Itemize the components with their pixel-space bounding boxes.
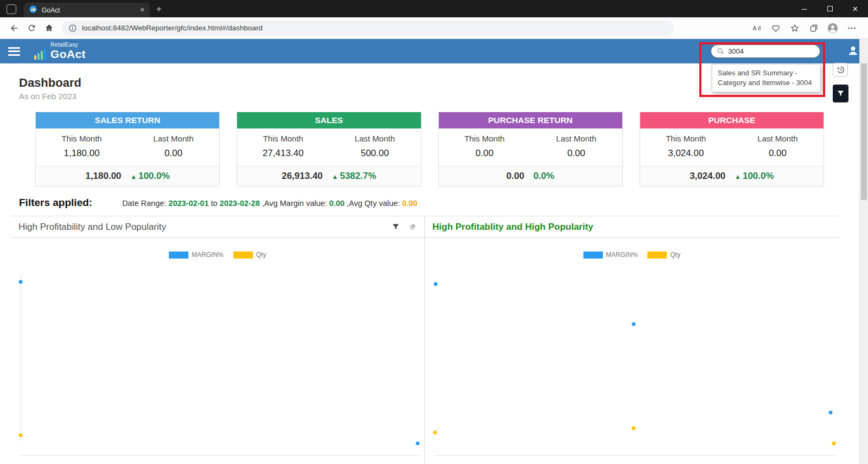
address-bar[interactable]: localhost:8482/WebReporter/gfc/index.htm… bbox=[62, 21, 674, 36]
scatter-point[interactable] bbox=[19, 280, 23, 284]
history-restore-button[interactable] bbox=[833, 63, 848, 77]
site-info-icon[interactable] bbox=[68, 24, 77, 33]
card-sales-return: SALES RETURN This Month 1,180.00 Last Mo… bbox=[35, 112, 220, 186]
chart-high-profit-low-popularity: High Profitability and Low Popularity MA… bbox=[11, 216, 425, 464]
home-icon bbox=[44, 23, 54, 33]
last-month-label: Last Month bbox=[531, 134, 622, 143]
chart-legend: MARGIN% Qty bbox=[583, 251, 680, 259]
x-axis-line bbox=[435, 455, 835, 456]
scrollbar-thumb[interactable] bbox=[861, 63, 867, 200]
chart-type-pie-icon[interactable] bbox=[408, 223, 417, 231]
legend-label: MARGIN% bbox=[606, 251, 638, 259]
window-controls: ─ ✕ bbox=[792, 0, 868, 17]
menu-hamburger-icon[interactable] bbox=[8, 45, 20, 57]
url-text[interactable]: localhost:8482/WebReporter/gfc/index.htm… bbox=[82, 24, 263, 32]
global-search[interactable] bbox=[711, 44, 820, 58]
search-icon bbox=[717, 47, 725, 55]
logo-text: RetailEasy GoAct bbox=[50, 42, 86, 61]
chart-legend: MARGIN% Qty bbox=[169, 251, 266, 259]
user-icon bbox=[847, 44, 859, 57]
this-month-value: 1,180.00 bbox=[36, 148, 127, 159]
window-maximize-button[interactable] bbox=[817, 0, 843, 17]
svg-text:A: A bbox=[753, 24, 757, 31]
this-month-value: 3,024.00 bbox=[640, 148, 732, 159]
home-button[interactable] bbox=[40, 20, 58, 36]
scatter-point[interactable] bbox=[416, 442, 419, 446]
date-from: 2023-02-01 bbox=[169, 199, 209, 208]
browser-essentials-icon bbox=[771, 23, 781, 33]
browser-tab[interactable]: GoAct ✕ bbox=[24, 3, 150, 17]
scatter-plot bbox=[425, 264, 839, 464]
tab-actions-menu-icon[interactable] bbox=[7, 4, 16, 14]
last-month-label: Last Month bbox=[127, 134, 219, 143]
back-button[interactable] bbox=[5, 20, 23, 36]
summary-cards-row: SALES RETURN This Month 1,180.00 Last Mo… bbox=[35, 112, 824, 186]
window-minimize-button[interactable]: ─ bbox=[792, 0, 817, 17]
brand-top: RetailEasy bbox=[50, 42, 86, 48]
card-purchase-return: PURCHASE RETURN This Month 0.00 Last Mon… bbox=[438, 112, 623, 186]
favorites-star-icon bbox=[790, 23, 800, 33]
read-aloud-icon: A bbox=[751, 23, 762, 34]
last-month-value: 500.00 bbox=[329, 148, 420, 159]
user-account-button[interactable] bbox=[847, 44, 859, 59]
window-close-button[interactable]: ✕ bbox=[843, 0, 868, 17]
scatter-point[interactable] bbox=[19, 434, 23, 437]
browser-essentials-button[interactable] bbox=[767, 20, 784, 36]
card-header: PURCHASE bbox=[640, 112, 824, 128]
tab-favicon-icon bbox=[29, 5, 37, 16]
scatter-point[interactable] bbox=[433, 282, 437, 286]
chart-title: High Profitablity and High Popularity bbox=[432, 222, 593, 233]
this-month-label: This Month bbox=[36, 134, 127, 143]
delta-up-icon: ▲ bbox=[130, 173, 137, 181]
profile-button[interactable] bbox=[824, 20, 841, 36]
scatter-point[interactable] bbox=[832, 442, 835, 446]
collections-button[interactable] bbox=[805, 20, 822, 36]
last-month-value: 0.00 bbox=[531, 148, 622, 159]
search-suggestion-item[interactable]: Sales and SR Summary - Category and Item… bbox=[712, 64, 821, 92]
refresh-button[interactable] bbox=[23, 20, 40, 36]
scatter-plot bbox=[11, 264, 424, 464]
delta-up-icon: ▲ bbox=[332, 173, 339, 181]
tab-title: GoAct bbox=[42, 7, 136, 14]
filters-label: Filters applied: bbox=[19, 197, 92, 209]
this-month-value: 0.00 bbox=[439, 148, 531, 159]
app-header: RetailEasy GoAct bbox=[0, 39, 868, 63]
delta-percent: 0.0% bbox=[533, 171, 554, 181]
scatter-point[interactable] bbox=[632, 427, 636, 430]
card-purchase: PURCHASE This Month 3,024.00 Last Month … bbox=[640, 112, 824, 186]
card-header: SALES RETURN bbox=[36, 112, 219, 128]
more-menu-button[interactable]: ⋯ bbox=[843, 20, 860, 36]
delta-percent: 100.0% bbox=[743, 171, 774, 181]
logo-bars-icon bbox=[33, 47, 47, 61]
favorites-button[interactable] bbox=[786, 20, 803, 36]
collections-icon bbox=[809, 23, 819, 33]
app-logo[interactable]: RetailEasy GoAct bbox=[33, 42, 86, 61]
card-footer: 3,024.00 ▲100.0% bbox=[640, 166, 824, 186]
tab-close-icon[interactable]: ✕ bbox=[140, 7, 145, 14]
card-header: PURCHASE RETURN bbox=[439, 112, 622, 128]
card-footer: 1,180.00 ▲100.0% bbox=[36, 166, 219, 186]
last-month-value: 0.00 bbox=[732, 148, 824, 159]
new-tab-button[interactable]: + bbox=[156, 4, 162, 15]
brand-main: GoAct bbox=[50, 48, 86, 60]
dashboard-filter-button[interactable] bbox=[833, 85, 848, 102]
page-scrollbar[interactable] bbox=[859, 39, 868, 464]
scatter-point[interactable] bbox=[828, 410, 832, 414]
scatter-point[interactable] bbox=[433, 430, 437, 434]
card-footer: 26,913.40 ▲5382.7% bbox=[237, 166, 420, 186]
read-aloud-button[interactable]: A bbox=[748, 20, 765, 36]
global-search-input[interactable] bbox=[728, 47, 804, 55]
footer-value: 3,024.00 bbox=[690, 171, 725, 181]
scatter-point[interactable] bbox=[632, 323, 636, 326]
avg-margin-value: 0.00 bbox=[329, 199, 344, 208]
footer-value: 1,180.00 bbox=[85, 171, 121, 181]
this-month-label: This Month bbox=[237, 134, 329, 143]
filters-detail: Date Range:2023-02-01to2023-02-28,Avg Ma… bbox=[122, 199, 419, 208]
refresh-icon bbox=[27, 23, 36, 33]
avg-qty-label: ,Avg Qty value: bbox=[347, 199, 400, 208]
delta-percent: 100.0% bbox=[138, 171, 170, 181]
last-month-label: Last Month bbox=[329, 134, 420, 143]
browser-navbar: localhost:8482/WebReporter/gfc/index.htm… bbox=[0, 17, 868, 39]
footer-value: 26,913.40 bbox=[282, 171, 323, 181]
chart-filter-funnel-icon[interactable] bbox=[392, 223, 400, 231]
